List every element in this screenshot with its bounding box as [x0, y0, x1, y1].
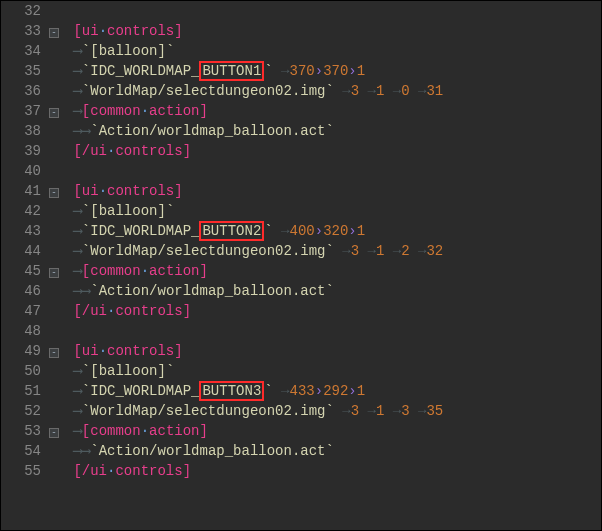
indent-arrow-icon: ⟶	[73, 43, 81, 59]
line-number: 36	[1, 81, 47, 101]
indent-arrow-icon: ⟶	[73, 83, 81, 99]
highlight-box: BUTTON3	[199, 381, 264, 401]
line-number: 53	[1, 421, 47, 441]
code-line[interactable]: 36 ⟶`WorldMap/selectdungeon02.img` →3 →1…	[1, 81, 601, 101]
line-number: 50	[1, 361, 47, 381]
code-line[interactable]: 55 [/ui·controls]	[1, 461, 601, 481]
code-line[interactable]: 40	[1, 161, 601, 181]
indent-arrow-icon: ⟶	[73, 203, 81, 219]
indent-arrow-icon: ⟶	[73, 243, 81, 259]
indent-arrow-icon: ⟶	[73, 103, 81, 119]
fold-minus-icon[interactable]: -	[49, 268, 59, 278]
fold-minus-icon[interactable]: -	[49, 28, 59, 38]
line-number: 34	[1, 41, 47, 61]
line-number: 49	[1, 341, 47, 361]
code-line[interactable]: 49- [ui·controls]	[1, 341, 601, 361]
code-line[interactable]: 47 [/ui·controls]	[1, 301, 601, 321]
code-line[interactable]: 46 ⟶⟶`Action/worldmap_balloon.act`	[1, 281, 601, 301]
code-line[interactable]: 51 ⟶`IDC_WORLDMAP_BUTTON3` →433›292›1	[1, 381, 601, 401]
code-line[interactable]: 38 ⟶⟶`Action/worldmap_balloon.act`	[1, 121, 601, 141]
line-number: 43	[1, 221, 47, 241]
line-number: 33	[1, 21, 47, 41]
indent-arrow-icon: ⟶	[73, 263, 81, 279]
code-line[interactable]: 45- ⟶[common·action]	[1, 261, 601, 281]
line-number: 46	[1, 281, 47, 301]
indent-arrow-icon: ⟶	[73, 443, 81, 459]
code-line[interactable]: 52 ⟶`WorldMap/selectdungeon02.img` →3 →1…	[1, 401, 601, 421]
code-line[interactable]: 42 ⟶`[balloon]`	[1, 201, 601, 221]
fold-minus-icon[interactable]: -	[49, 108, 59, 118]
line-number: 51	[1, 381, 47, 401]
line-number: 52	[1, 401, 47, 421]
fold-minus-icon[interactable]: -	[49, 188, 59, 198]
fold-minus-icon[interactable]: -	[49, 348, 59, 358]
line-number: 45	[1, 261, 47, 281]
line-number: 41	[1, 181, 47, 201]
code-line[interactable]: 41- [ui·controls]	[1, 181, 601, 201]
indent-arrow-icon: ⟶	[73, 63, 81, 79]
highlight-box: BUTTON2	[199, 221, 264, 241]
code-line[interactable]: 33- [ui·controls]	[1, 21, 601, 41]
line-number: 38	[1, 121, 47, 141]
line-number: 37	[1, 101, 47, 121]
indent-arrow-icon: ⟶	[73, 363, 81, 379]
code-line[interactable]: 39 [/ui·controls]	[1, 141, 601, 161]
code-line[interactable]: 48	[1, 321, 601, 341]
indent-arrow-icon: ⟶	[73, 283, 81, 299]
line-number: 40	[1, 161, 47, 181]
indent-arrow-icon: ⟶	[73, 383, 81, 399]
line-number: 54	[1, 441, 47, 461]
code-line[interactable]: 54 ⟶⟶`Action/worldmap_balloon.act`	[1, 441, 601, 461]
code-line[interactable]: 44 ⟶`WorldMap/selectdungeon02.img` →3 →1…	[1, 241, 601, 261]
line-number: 32	[1, 1, 47, 21]
code-editor[interactable]: 32 33- [ui·controls] 34 ⟶`[balloon]` 35 …	[0, 0, 602, 531]
indent-arrow-icon: ⟶	[73, 123, 81, 139]
line-number: 35	[1, 61, 47, 81]
line-number: 55	[1, 461, 47, 481]
line-number: 39	[1, 141, 47, 161]
line-number: 47	[1, 301, 47, 321]
code-line[interactable]: 32	[1, 1, 601, 21]
code-line[interactable]: 50 ⟶`[balloon]`	[1, 361, 601, 381]
indent-arrow-icon: ⟶	[73, 223, 81, 239]
code-line[interactable]: 53- ⟶[common·action]	[1, 421, 601, 441]
indent-arrow-icon: ⟶	[73, 403, 81, 419]
code-line[interactable]: 35 ⟶`IDC_WORLDMAP_BUTTON1` →370›370›1	[1, 61, 601, 81]
fold-minus-icon[interactable]: -	[49, 428, 59, 438]
highlight-box: BUTTON1	[199, 61, 264, 81]
code-line[interactable]: 34 ⟶`[balloon]`	[1, 41, 601, 61]
code-line[interactable]: 43 ⟶`IDC_WORLDMAP_BUTTON2` →400›320›1	[1, 221, 601, 241]
line-number: 44	[1, 241, 47, 261]
code-line[interactable]: 37- ⟶[common·action]	[1, 101, 601, 121]
indent-arrow-icon: ⟶	[73, 423, 81, 439]
line-number: 42	[1, 201, 47, 221]
line-number: 48	[1, 321, 47, 341]
